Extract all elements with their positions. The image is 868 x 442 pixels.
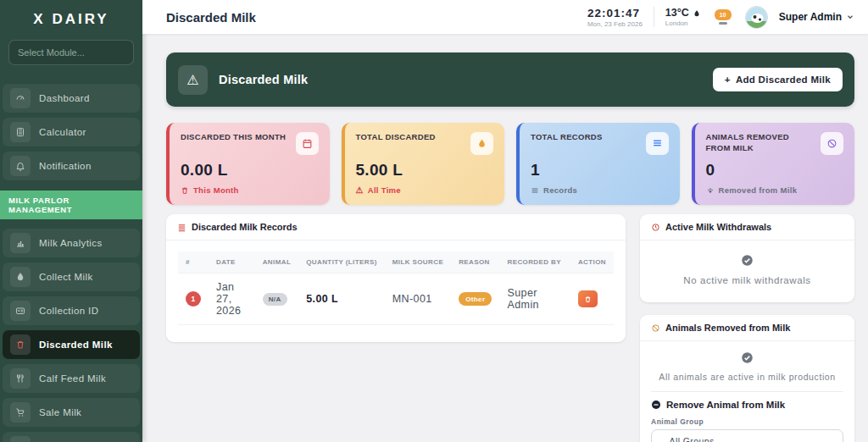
stat-card-total-records: TOTAL RECORDS 1 Records: [516, 123, 680, 205]
sidebar-item-label: Calculator: [39, 127, 86, 137]
stat-card-animals-removed: ANIMALS REMOVED FROM MILK 0 Removed from…: [692, 123, 855, 205]
clock-widget: 22:01:47 Mon, 23 Feb 2026: [587, 7, 643, 28]
list-icon: [177, 223, 186, 232]
stat-value: 5.00 L: [356, 161, 494, 180]
sidebar-item-label: Discarded Milk: [39, 340, 113, 350]
sidebar-item-calf-feed-milk[interactable]: Calf Feed Milk: [3, 364, 140, 393]
plus-icon: +: [725, 75, 731, 85]
discarded-milk-banner: ⚠ Discarded Milk + Add Discarded Milk: [166, 52, 854, 107]
sidebar-item-discarded-milk[interactable]: Discarded Milk: [3, 330, 140, 359]
remove-animal-form-title: Remove Animal from Milk: [666, 400, 785, 410]
add-discarded-milk-button[interactable]: + Add Discarded Milk: [713, 68, 843, 91]
sidebar-item-collection-id[interactable]: Collection ID: [3, 296, 140, 325]
ban-icon: [821, 132, 843, 155]
animals-removed-empty-text: All animals are active in milk productio…: [651, 372, 843, 382]
records-icon: [531, 186, 539, 195]
notification-icon-base: [719, 22, 727, 25]
sidebar-item-dashboard[interactable]: Dashboard: [3, 84, 140, 113]
check-circle-icon: [741, 351, 754, 364]
delete-record-button[interactable]: [578, 290, 598, 307]
sidebar-item-collect-milk[interactable]: Collect Milk: [3, 262, 140, 291]
ban-icon: [651, 323, 660, 333]
active-milk-withdrawals-panel: Active Milk Withdrawals No active milk w…: [640, 214, 854, 302]
clock-date: Mon, 23 Feb 2026: [587, 20, 643, 28]
table-row: 1 Jan 27, 2026 N/A 5.00 L MN-001 Other S…: [178, 273, 614, 325]
col-action: Action: [570, 251, 614, 273]
animal-group-label: Animal Group: [651, 417, 843, 426]
row-reason-badge: Other: [459, 292, 492, 306]
clock-time: 22:01:47: [587, 7, 643, 19]
trash-icon: [181, 186, 189, 195]
stat-value: 1: [531, 161, 669, 180]
minus-circle-icon: [651, 400, 661, 410]
user-avatar[interactable]: [745, 6, 768, 29]
cart-icon: [10, 402, 31, 423]
droplet-icon: [10, 267, 31, 287]
sidebar-item-label: Milk Analytics: [39, 238, 103, 248]
row-milk-source: MN-001: [385, 273, 451, 325]
records-table: # Date Animal Quantity (Liters) Milk Sou…: [178, 251, 614, 325]
sidebar-item-notification[interactable]: Notification: [3, 152, 140, 180]
stat-footer: This Month: [193, 185, 239, 195]
top-header: Discarded Milk 22:01:47 Mon, 23 Feb 2026…: [142, 0, 868, 34]
sidebar-item-label: Calf Feed Milk: [39, 373, 106, 384]
user-menu[interactable]: Super Admin: [779, 11, 854, 23]
add-button-label: Add Discarded Milk: [736, 75, 831, 85]
stat-cards-row: DISCARDED THIS MONTH 0.00 L This Month T…: [166, 123, 854, 205]
col-reason: Reason: [451, 251, 499, 273]
stat-title: DISCARDED THIS MONTH: [181, 132, 286, 143]
stat-card-total-discarded: TOTAL DISCARDED 5.00 L ⚠ All Time: [342, 123, 505, 205]
withdrawals-empty-text: No active milk withdrawals: [648, 275, 846, 285]
module-select-placeholder: Select Module...: [18, 47, 85, 58]
row-animal-badge: N/A: [263, 293, 287, 306]
stat-title: TOTAL RECORDS: [531, 132, 603, 143]
calendar-icon: [296, 132, 319, 155]
animal-group-select[interactable]: -- All Groups --: [651, 429, 843, 442]
records-panel-title: Discarded Milk Records: [192, 222, 298, 232]
stat-value: 0.00 L: [181, 161, 319, 180]
sidebar-section-milk-parlor: MILK PARLOR MANAGEMENT: [0, 191, 142, 219]
banknote-icon: [10, 436, 31, 442]
animal-group-selected-value: -- All Groups --: [660, 436, 724, 442]
row-recorded-by: Super Admin: [499, 273, 570, 325]
withdrawals-panel-title: Active Milk Withdrawals: [665, 222, 771, 232]
sidebar-item-label: Dashboard: [39, 93, 90, 103]
user-name: Super Admin: [779, 11, 842, 23]
animals-removed-panel-title: Animals Removed from Milk: [665, 323, 790, 333]
sidebar-nav: Dashboard Calculator Notification MILK P…: [0, 84, 142, 442]
divider: [654, 7, 654, 27]
trash-icon: [584, 296, 592, 303]
stat-footer: All Time: [368, 185, 401, 195]
divider: [651, 391, 843, 392]
stat-footer: Records: [543, 185, 577, 195]
stat-title: ANIMALS REMOVED FROM MILK: [706, 132, 816, 154]
sidebar: X DAIRY Select Module... Dashboard Calcu…: [0, 0, 142, 442]
main-area: Discarded Milk 22:01:47 Mon, 23 Feb 2026…: [142, 0, 868, 442]
col-milk-source: Milk Source: [385, 251, 451, 273]
trash-icon: [10, 334, 31, 355]
sidebar-item-sale-milk[interactable]: Sale Milk: [3, 398, 140, 427]
stat-footer: Removed from Milk: [719, 185, 798, 195]
weather-temp: 13°C: [665, 7, 689, 19]
sidebar-item-label: Collect Milk: [39, 272, 93, 282]
utensils-icon: [10, 368, 31, 389]
col-recorded-by: Recorded By: [499, 251, 570, 273]
module-select[interactable]: Select Module...: [8, 40, 134, 65]
row-quantity: 5.00 L: [298, 273, 385, 325]
chevron-down-icon: [846, 13, 854, 21]
weather-widget: 13°C London: [665, 7, 701, 27]
sidebar-item-label: Collection ID: [39, 306, 98, 316]
sidebar-item-sale-due-collection[interactable]: Sale Due Collection: [3, 432, 140, 442]
notification-chat-icon[interactable]: 10: [712, 8, 734, 26]
weather-city: London: [665, 19, 689, 27]
paw-icon: [706, 186, 715, 195]
sidebar-item-calculator[interactable]: Calculator: [3, 118, 140, 146]
warning-icon: ⚠: [178, 65, 208, 95]
warning-icon: ⚠: [356, 185, 364, 195]
discarded-milk-records-panel: Discarded Milk Records # Date Animal Qua…: [166, 214, 626, 342]
sidebar-item-milk-analytics[interactable]: Milk Analytics: [3, 229, 140, 257]
banner-title: Discarded Milk: [219, 73, 308, 86]
stat-card-discarded-this-month: DISCARDED THIS MONTH 0.00 L This Month: [166, 123, 330, 205]
droplet-icon: [470, 132, 493, 155]
bell-icon: [10, 156, 31, 176]
